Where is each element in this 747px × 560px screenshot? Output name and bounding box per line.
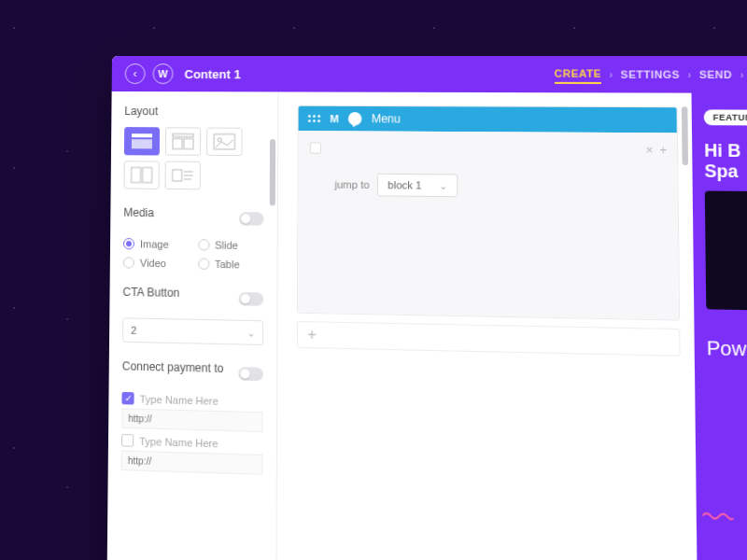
- media-option-slide[interactable]: Slide: [198, 239, 264, 251]
- preview-image: [705, 191, 747, 312]
- nav-create[interactable]: CREATE: [555, 64, 601, 84]
- section-connect: Connect payment to ✓ Type Name Here Type…: [121, 359, 263, 475]
- featured-pill: FEATURE: [704, 109, 747, 125]
- media-options: Image Slide Video Table: [123, 238, 264, 271]
- svg-rect-7: [132, 167, 141, 182]
- preview-headline: Hi B Spa: [704, 141, 747, 182]
- layout-heading: Layout: [124, 105, 264, 119]
- headline-line2: Spa: [704, 161, 738, 181]
- headline-line1: Hi B: [704, 141, 740, 161]
- connect-name-1: Type Name Here: [140, 393, 218, 407]
- back-button[interactable]: ‹: [125, 63, 146, 84]
- app-logo: W: [152, 63, 173, 84]
- svg-point-6: [218, 138, 221, 142]
- top-nav: CREATE › SETTINGS › SEND › RESULT: [555, 64, 747, 84]
- layout-option-4[interactable]: [124, 161, 160, 189]
- app-window: ‹ W Content 1 CREATE › SETTINGS › SEND ›…: [106, 56, 747, 560]
- connect-checkbox-2[interactable]: [121, 434, 134, 447]
- radio-icon: [123, 257, 134, 268]
- chevron-right-icon: ›: [609, 69, 613, 79]
- svg-rect-1: [132, 139, 152, 148]
- connect-heading: Connect payment to: [122, 359, 224, 375]
- section-layout: Layout: [124, 105, 264, 190]
- svg-rect-8: [143, 167, 152, 182]
- connect-name-2: Type Name Here: [139, 435, 218, 449]
- jump-label: jump to: [334, 178, 369, 190]
- content-block: M Menu × + jump to block 1 ⌄: [297, 105, 680, 321]
- media-option-video[interactable]: Video: [123, 257, 189, 269]
- media-toggle[interactable]: [239, 212, 264, 226]
- close-icon[interactable]: ×: [645, 143, 653, 158]
- chevron-right-icon: ›: [740, 69, 744, 80]
- media-label: Table: [215, 259, 240, 271]
- connect-item-1: ✓ Type Name Here: [121, 392, 263, 432]
- chevron-right-icon: ›: [688, 69, 692, 79]
- block-badge: M: [330, 113, 338, 124]
- canvas: M Menu × + jump to block 1 ⌄: [276, 91, 698, 560]
- layout-grid: [124, 127, 264, 190]
- connect-url-1[interactable]: [121, 408, 263, 432]
- connect-item-2: Type Name Here: [121, 434, 263, 475]
- plus-icon[interactable]: +: [659, 143, 667, 158]
- nav-send[interactable]: SEND: [699, 65, 733, 83]
- canvas-scrollbar[interactable]: [682, 106, 688, 165]
- media-label: Video: [140, 258, 166, 270]
- chevron-down-icon: ⌄: [439, 180, 446, 190]
- drag-handle-icon[interactable]: [308, 115, 320, 122]
- svg-rect-4: [184, 139, 193, 149]
- block-body: × + jump to block 1 ⌄: [298, 131, 679, 319]
- layout-option-2[interactable]: [165, 127, 201, 156]
- plus-icon: +: [307, 326, 317, 343]
- svg-rect-2: [173, 133, 193, 136]
- connect-toggle[interactable]: [238, 367, 263, 381]
- media-label: Image: [140, 238, 169, 250]
- row-actions: × +: [645, 143, 667, 158]
- media-option-table[interactable]: Table: [198, 258, 264, 270]
- sidebar: Layout: [106, 91, 278, 560]
- nav-settings[interactable]: SETTINGS: [621, 65, 681, 83]
- jump-select[interactable]: block 1 ⌄: [377, 174, 458, 198]
- radio-icon: [198, 258, 209, 269]
- media-option-image[interactable]: Image: [123, 238, 189, 250]
- svg-rect-9: [173, 170, 182, 181]
- radio-icon: [198, 239, 209, 250]
- cta-count-select[interactable]: 2 ⌄: [122, 317, 263, 345]
- add-block-button[interactable]: +: [297, 321, 681, 357]
- layout-option-3[interactable]: [206, 128, 243, 157]
- svg-rect-0: [132, 133, 152, 137]
- preview-big-text: Pow: [707, 337, 747, 362]
- jump-row: jump to block 1 ⌄: [334, 173, 665, 199]
- main-body: Layout: [106, 91, 747, 560]
- cta-toggle[interactable]: [239, 292, 264, 306]
- chevron-down-icon: ⌄: [247, 328, 255, 338]
- layout-option-1[interactable]: [124, 127, 160, 155]
- svg-rect-3: [173, 138, 182, 148]
- media-heading: Media: [123, 206, 154, 220]
- cta-heading: CTA Button: [122, 286, 179, 300]
- layout-option-5[interactable]: [165, 161, 201, 190]
- section-media: Media Image Slide Video Table: [123, 206, 264, 271]
- page-title: Content 1: [184, 67, 240, 81]
- block-label: Menu: [372, 112, 401, 125]
- row-checkbox[interactable]: [310, 142, 321, 153]
- connect-url-2[interactable]: [121, 450, 263, 474]
- chat-icon: [348, 112, 361, 125]
- media-label: Slide: [215, 239, 238, 251]
- section-cta: CTA Button 2 ⌄: [122, 286, 263, 345]
- topbar: ‹ W Content 1 CREATE › SETTINGS › SEND ›…: [112, 56, 747, 93]
- cta-count-value: 2: [131, 325, 136, 336]
- block-header[interactable]: M Menu: [299, 106, 677, 133]
- connect-checkbox-1[interactable]: ✓: [121, 392, 134, 405]
- squiggle-icon: [702, 511, 733, 522]
- radio-icon: [123, 238, 134, 249]
- preview-panel: FEATURE Hi B Spa ✦ Pow: [692, 93, 747, 560]
- jump-value: block 1: [388, 179, 421, 191]
- sidebar-scrollbar[interactable]: [270, 139, 275, 205]
